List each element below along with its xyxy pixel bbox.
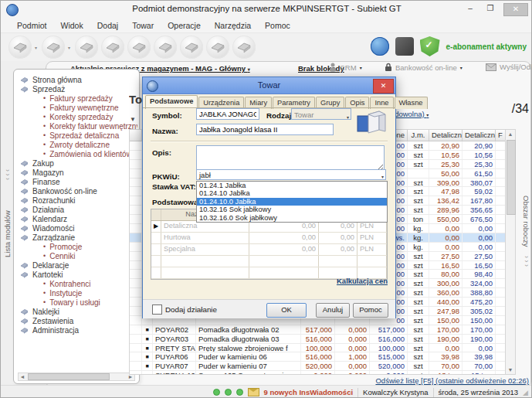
sidebar-item[interactable]: • Strona główna [17,75,137,84]
lista-modulow-tab[interactable]: Lista modułów [3,210,12,257]
filter-icon[interactable]: ▼ [130,116,136,123]
sidebar-item[interactable]: • Promocje [17,242,137,251]
menu-item[interactable]: Podmiot [10,19,54,32]
shield-check-icon[interactable] [420,36,440,56]
sidebar-item[interactable]: • Korekty sprzedaży [17,112,137,121]
dropdown-option[interactable]: 10.32.16 Sok jabłkowy [197,206,387,213]
price-row[interactable] [151,256,387,267]
send-receive-dropdown[interactable]: Wyślij/Odbierz▾ [486,63,532,71]
sidebar-item[interactable]: • Działania [17,205,137,214]
table-row[interactable]: ■ PUYAR06 Puder w kamieniu 06 516,000 1,… [130,352,515,362]
table-row[interactable]: ■ POYAR03 Pomadka długotrwała 03 516,000… [130,335,515,344]
symbol-input[interactable] [196,108,259,120]
cancel-button[interactable]: Anuluj [316,303,350,318]
toolbar-button-icon[interactable] [127,36,151,59]
dropdown-option[interactable]: 01.24.10.0 Jabłka [197,198,387,206]
sidebar-item[interactable]: • Rozrachunki [17,196,137,205]
sidebar-item[interactable]: • Kalendarz [17,214,137,223]
menu-item[interactable]: Narzędzia [208,19,258,32]
toolbar-button-icon[interactable] [8,36,32,59]
menu-item[interactable]: Towar [125,19,161,32]
close-button[interactable]: ✕ [503,3,528,16]
menu-item[interactable]: Widok [54,19,90,32]
menu-item[interactable]: Dodaj [90,19,125,32]
toolbar-button-icon[interactable] [75,36,98,59]
sidebar-item[interactable]: • Deklaracje [17,260,137,270]
sidebar-item[interactable]: • Wiadomości [17,223,137,233]
nazwa-input[interactable] [196,124,334,135]
toolbar-button-icon[interactable] [232,36,256,59]
dialog-close-button[interactable]: ✕ [373,79,394,94]
dropdown-option[interactable]: 01.24.10 Jabłka [197,189,387,197]
menu-item[interactable]: Pomoc [258,19,297,32]
cell-netto [249,267,319,278]
inswiadomosci-link[interactable]: 9 nowych InsWiadomości [264,388,354,396]
scroll-up-icon[interactable]: ▲ [506,131,515,137]
sidebar-item[interactable]: • Towary i usługi [17,298,137,307]
dropdown-option[interactable]: 10.32.16.0 Sok jabłkowy [197,214,387,222]
sidebar-item[interactable]: • Naklejki [17,307,137,316]
sidebar-item[interactable]: • Sprzedaż detaliczna [17,131,137,140]
toolbar-button-icon[interactable] [42,36,65,59]
dodaj-dzialanie-checkbox[interactable] [152,304,162,315]
sidebar-item[interactable]: • Instytucje [17,288,137,298]
globe-icon[interactable] [371,37,389,56]
help-button[interactable]: Pomoc [353,303,388,318]
dowolna-filter-link[interactable]: (dowolna) ▾ [392,110,429,118]
sidebar-item[interactable]: • Cenniki [17,251,137,260]
sidebar-item[interactable]: • Zarządzanie [17,233,137,242]
ok-button[interactable]: OK [266,303,307,318]
maximize-button[interactable]: ❐ [482,3,499,15]
scroll-right-icon[interactable]: ► [127,374,134,379]
collapse-chevrons[interactable]: › › › [524,256,530,267]
chevron-down-icon[interactable]: ▾ [68,45,70,50]
table-row[interactable]: ■ PUYAR07 Puder w kamieniu 07 520,000 0,… [130,362,515,371]
table-vertical-scrollbar[interactable]: ▲ ▼ [505,129,516,375]
rodzaj-combo[interactable]: Towar ▾ [291,108,351,120]
refresh-list-link[interactable]: Odśwież listę [F5] (ostatnie odświeżenie… [248,376,529,385]
sidebar-item[interactable]: • Kontrahenci [17,279,137,288]
scrollbar-thumb[interactable] [28,373,110,380]
sidebar-item[interactable]: • Zestawienia [17,316,137,325]
sidebar-item[interactable]: • Zakup [17,158,137,168]
sidebar-item[interactable]: • Finanse [17,177,137,186]
scroll-down-icon[interactable]: ▼ [506,367,515,372]
pkwiu-combo[interactable]: jabł ▾ [196,169,386,180]
sidebar-item[interactable]: • Zwroty detaliczne [17,140,137,149]
toolbar-button-icon[interactable] [180,36,203,59]
sidebar-item[interactable]: • Sprzedaż [17,84,137,94]
scroll-left-icon[interactable]: ◄ [19,374,26,379]
crm-dropdown[interactable]: CRM▾ [329,63,362,72]
kalkulacja-cen-link[interactable]: Kalkulacja cen [337,277,388,285]
resize-grip[interactable]: ◢ [523,389,528,396]
collapse-chevrons[interactable]: › › › [5,169,11,180]
table-row[interactable]: ■ POYAR02 Pomadka długotrwała 02 517,000… [130,325,515,335]
price-row[interactable]: ▶ Detaliczna 0,00 0,00 PLN [151,221,387,233]
banking-dropdown[interactable]: Bankowość on-line▾ [385,63,463,72]
sidebar-item[interactable]: • Zamówienia od klientów [17,149,137,158]
opis-textarea[interactable] [196,145,385,172]
dropdown-option[interactable]: 01.24.1 Jabłka [197,182,387,189]
sidebar-item[interactable]: • Administracja [17,325,137,335]
scrollbar-thumb[interactable] [507,140,516,215]
menu-item[interactable]: Operacje [161,19,208,32]
toolbar-button-icon[interactable] [206,36,229,59]
sidebar-item[interactable]: • Magazyn [17,168,137,177]
dialog-tab[interactable]: Własne [395,97,428,109]
chevron-down-icon[interactable]: ▾ [35,45,37,50]
toolbar-button-icon[interactable] [154,36,177,59]
sidebar-item[interactable]: • Bankowość on-line [17,186,137,196]
cube-icon[interactable] [395,37,414,56]
table-row[interactable]: ■ SYRENA 105 Syrena 105 Super etan. nie … [130,371,515,375]
minimize-button[interactable]: – [462,3,479,15]
toolbar-button-icon[interactable] [101,36,124,59]
table-row[interactable]: ■ PRĘTY STAL Pręty stalowe zbrojeniowe f… [130,344,515,353]
sidebar-item[interactable]: • Kartoteki [17,270,137,279]
sidebar-horizontal-scrollbar[interactable]: ◄ ► [18,372,135,381]
price-row[interactable]: Hurtowa 0,00 0,00 PLN [151,233,387,244]
sidebar-item[interactable]: • Faktury sprzedaży [17,94,137,103]
sidebar-item[interactable]: • Korekty faktur wewnętrznych [17,121,137,131]
obszar-roboczy-tab[interactable]: Obszar roboczy [522,196,530,247]
sidebar-item[interactable]: • Faktury wewnętrzne [17,103,137,112]
price-row[interactable]: Specjalna 0,00 0,00 PLN [151,244,387,256]
